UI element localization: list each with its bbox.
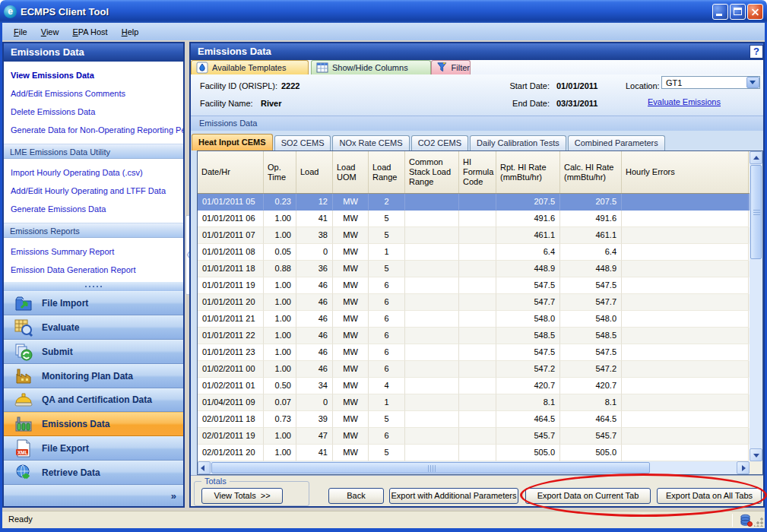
cell: 1.00: [264, 311, 296, 328]
sidebar-link-delete-emissions-data[interactable]: Delete Emissions Data: [4, 103, 183, 121]
column-header-load-range[interactable]: Load Range: [369, 151, 405, 193]
cell: 1.00: [264, 277, 296, 294]
scroll-down-button[interactable]: [750, 448, 762, 461]
sidebar-link-generate-data-for-non-operating-reporting-period[interactable]: Generate Data for Non-Operating Reportin…: [4, 121, 183, 139]
table-row[interactable]: 01/02/2011 001.0046MW6547.2547.2: [198, 361, 750, 378]
show-hide-columns-button[interactable]: Show/Hide Columns: [311, 60, 431, 74]
sidebar-link-add-edit-emissions-comments[interactable]: Add/Edit Emissions Comments: [4, 84, 183, 103]
cell: 41: [296, 445, 333, 461]
tab-co2-cems[interactable]: CO2 CEMS: [411, 135, 468, 150]
cell: 545.7: [560, 428, 622, 445]
dropdown-arrow-icon[interactable]: [746, 77, 759, 88]
sidebar-link-emission-data-generation-report[interactable]: Emission Data Generation Report: [4, 261, 183, 279]
sidebar-link-generate-emissions-data[interactable]: Generate Emissions Data: [4, 200, 183, 218]
nav-file-import[interactable]: File Import: [4, 291, 183, 315]
vertical-scroll-thumb[interactable]: [750, 165, 762, 259]
maximize-button[interactable]: [730, 4, 746, 20]
monitoring-plan-icon: [14, 366, 33, 386]
cell: 46: [296, 277, 333, 294]
content-area: Emissions Data View Emissions DataAdd/Ed…: [2, 40, 765, 511]
menu-file[interactable]: File: [7, 27, 34, 36]
column-header-op-time[interactable]: Op. Time: [264, 151, 296, 193]
table-row[interactable]: 01/01/2011 201.0046MW6547.7547.7: [198, 294, 750, 311]
back-button[interactable]: Back: [328, 488, 384, 504]
view-totals-button[interactable]: View Totals >>: [201, 488, 283, 504]
column-header-hi-formula-code[interactable]: HI Formula Code: [459, 151, 496, 193]
export-with-additional-parameters-button[interactable]: Export with Additional Parameters: [389, 488, 518, 504]
cell: 5: [369, 261, 405, 277]
column-header-hourly-errors[interactable]: Hourly Errors: [622, 151, 749, 193]
table-row[interactable]: 01/01/2011 180.8836MW5448.9448.9: [198, 261, 750, 277]
cell: [405, 244, 459, 261]
table-row[interactable]: 01/04/2011 090.070MW18.18.1: [198, 394, 750, 411]
nav-file-export[interactable]: XMLFile Export: [4, 436, 183, 461]
nav-submit[interactable]: Submit: [4, 340, 183, 364]
table-row[interactable]: 01/01/2011 221.0046MW6548.5548.5: [198, 328, 750, 344]
cell: 46: [296, 361, 333, 378]
tab-so2-cems[interactable]: SO2 CEMS: [274, 135, 331, 150]
menu-epa-host[interactable]: EPA Host: [65, 27, 114, 36]
horizontal-scroll-thumb[interactable]: [211, 462, 650, 473]
nav-label: Submit: [42, 347, 73, 357]
table-row[interactable]: 01/01/2011 071.0038MW5461.1461.1: [198, 227, 750, 244]
table-row[interactable]: 01/01/2011 211.0046MW6548.0548.0: [198, 311, 750, 328]
toolbar: Available TemplatesShow/Hide ColumnsFilt…: [191, 60, 763, 74]
table-row[interactable]: 01/01/2011 050.2312MW2207.5207.5: [198, 194, 750, 211]
tab-heat-input-cems[interactable]: Heat Input CEMS: [192, 134, 273, 150]
table-row[interactable]: 01/01/2011 191.0046MW6547.5547.5: [198, 277, 750, 294]
menu-view[interactable]: View: [34, 27, 66, 36]
available-templates-button[interactable]: Available Templates: [191, 60, 309, 74]
table-row[interactable]: 01/02/2011 010.5034MW4420.7420.7: [198, 378, 750, 394]
nav-retrieve-data[interactable]: Retrieve Data: [4, 461, 183, 485]
nav-monitoring-plan-data[interactable]: Monitoring Plan Data: [4, 364, 183, 388]
horizontal-scrollbar[interactable]: [198, 461, 750, 474]
cell: 547.2: [560, 361, 622, 378]
column-header-load-uom[interactable]: Load UOM: [333, 151, 369, 193]
table-row[interactable]: 01/01/2011 061.0041MW5491.6491.6: [198, 211, 750, 227]
cell: 491.6: [496, 211, 560, 227]
scroll-left-button[interactable]: [198, 461, 211, 474]
table-row[interactable]: 01/01/2011 231.0046MW6547.5547.5: [198, 344, 750, 361]
resize-grip[interactable]: [754, 518, 763, 527]
nav-overflow[interactable]: »: [4, 485, 183, 506]
column-header-load[interactable]: Load: [296, 151, 333, 193]
tab-combined-parameters[interactable]: Combined Parameters: [568, 135, 665, 150]
cell: [622, 394, 749, 411]
nav-emissions-data[interactable]: Emissions Data: [4, 412, 183, 436]
main-panel-header: Emissions Data ?: [191, 43, 763, 60]
table-row[interactable]: 02/01/2011 191.0047MW6545.7545.7: [198, 428, 750, 445]
table-row[interactable]: 01/01/2011 080.050MW16.46.4: [198, 244, 750, 261]
vertical-scrollbar[interactable]: [750, 151, 762, 461]
cell: [459, 244, 496, 261]
scroll-right-button[interactable]: [737, 461, 750, 474]
sidebar-link-emissions-summary-report[interactable]: Emissions Summary Report: [4, 242, 183, 261]
facility-id-value: 2222: [281, 81, 300, 90]
location-dropdown[interactable]: GT1: [661, 76, 760, 89]
table-row[interactable]: 02/01/2011 180.7339MW5464.5464.5: [198, 411, 750, 428]
table-row[interactable]: 02/01/2011 201.0041MW5505.0505.0: [198, 445, 750, 461]
tab-nox-rate-cems[interactable]: NOx Rate CEMS: [332, 135, 409, 150]
export-data-on-current-tab-button[interactable]: Export Data on Current Tab: [525, 488, 651, 504]
column-header-date-hr[interactable]: Date/Hr: [198, 151, 264, 193]
cell: 01/01/2011 08: [198, 244, 264, 261]
close-button[interactable]: [747, 4, 763, 20]
tab-daily-calibration-tests[interactable]: Daily Calibration Tests: [470, 135, 566, 150]
evaluate-emissions-link[interactable]: Evaluate Emissions: [648, 97, 721, 106]
splitter-grip[interactable]: [4, 282, 183, 291]
sidebar-link-view-emissions-data[interactable]: View Emissions Data: [4, 66, 183, 84]
column-header-calc-hi-rate-mmbtu-hr[interactable]: Calc. HI Rate (mmBtu/hr): [560, 151, 622, 193]
column-header-rpt-hi-rate-mmbtu-hr[interactable]: Rpt. HI Rate (mmBtu/hr): [496, 151, 560, 193]
scroll-up-button[interactable]: [750, 151, 762, 164]
export-data-on-all-tabs-button[interactable]: Export Data on All Tabs: [657, 488, 762, 504]
sidebar: Emissions Data View Emissions DataAdd/Ed…: [2, 42, 185, 508]
menu-help[interactable]: Help: [115, 27, 146, 36]
cell: [405, 211, 459, 227]
help-button[interactable]: ?: [750, 45, 763, 59]
nav-evaluate[interactable]: Evaluate: [4, 315, 183, 340]
nav-qa-and-certification-data[interactable]: QA and Certification Data: [4, 388, 183, 413]
sidebar-link-add-edit-hourly-operating-and-ltff-data[interactable]: Add/Edit Hourly Operating and LTFF Data: [4, 182, 183, 200]
minimize-button[interactable]: [712, 4, 728, 20]
sidebar-link-import-hourly-operating-data-csv[interactable]: Import Hourly Operating Data (.csv): [4, 163, 183, 182]
filter-button[interactable]: Filter: [431, 60, 471, 74]
column-header-common-stack-load-range[interactable]: Common Stack Load Range: [405, 151, 459, 193]
